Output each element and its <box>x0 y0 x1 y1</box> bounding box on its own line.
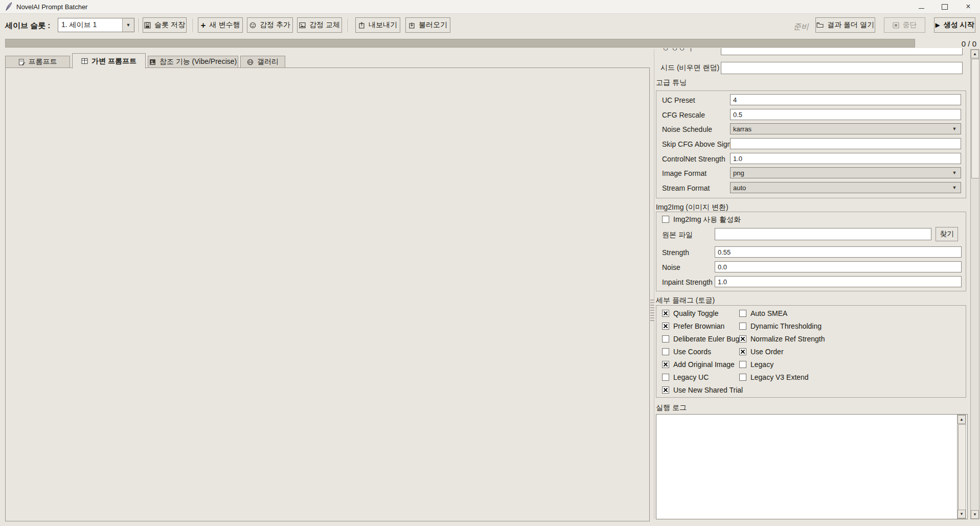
scroll-up-icon[interactable]: ▲ <box>971 50 979 58</box>
import-icon <box>408 22 415 29</box>
source-file-label: 원본 파일 <box>662 231 693 240</box>
close-icon: × <box>966 2 970 11</box>
flag-auto-smea-label: Auto SMEA <box>750 309 787 317</box>
open-results-folder-button[interactable]: 결과 폴더 열기 <box>815 17 875 33</box>
smiley-icon <box>249 22 256 29</box>
globe-icon <box>247 59 254 65</box>
log-textarea[interactable] <box>656 414 968 519</box>
document-pencil-icon <box>18 59 25 65</box>
flag-legacy-checkbox[interactable] <box>739 361 746 368</box>
stream-format-label: Stream Format <box>662 184 710 192</box>
flag-auto-smea-checkbox[interactable] <box>739 310 746 317</box>
progress-counter: 0 / 0 <box>941 39 976 48</box>
noise-label: Noise <box>662 263 680 271</box>
scroll-down-icon[interactable]: ▼ <box>971 510 979 519</box>
panel-scrollbar[interactable]: ▲ ▼ <box>970 49 979 519</box>
flag-use-new-shared-trial-label: Use New Shared Trial <box>673 386 743 394</box>
uc-preset-label: UC Preset <box>662 96 695 104</box>
controlnet-strength-label: ControlNet Strength <box>662 155 725 163</box>
flags-section-title: 세부 플래그 (토글) <box>656 296 715 305</box>
stream-format-combobox[interactable]: auto ▼ <box>730 182 961 193</box>
noise-input[interactable]: 0.0 <box>715 261 962 272</box>
minimize-button[interactable] <box>909 0 933 13</box>
maximize-button[interactable] <box>933 0 956 13</box>
flag-use-coords-checkbox[interactable] <box>662 348 669 355</box>
tab-gallery[interactable]: 갤러리 <box>240 56 285 68</box>
tab-prompt[interactable]: 프롬프트 <box>5 56 70 68</box>
image-icon <box>149 59 156 65</box>
inpaint-strength-input[interactable]: 1.0 <box>715 276 962 287</box>
flag-legacy-label: Legacy <box>750 360 773 369</box>
new-variable-row-button[interactable]: + 새 변수행 <box>198 17 243 33</box>
controlnet-strength-input[interactable]: 1.0 <box>730 153 961 164</box>
log-scrollbar[interactable]: ▲ ▼ <box>957 415 966 519</box>
flag-legacy-uc-checkbox[interactable] <box>662 374 669 381</box>
flag-legacy-uc-label: Legacy UC <box>673 373 709 381</box>
folder-icon <box>816 22 824 28</box>
chevron-down-icon[interactable]: ▼ <box>948 182 961 193</box>
flag-use-new-shared-trial-checkbox[interactable] <box>662 386 669 394</box>
flag-add-original-image-checkbox[interactable] <box>662 361 669 368</box>
flag-prefer-brownian-label: Prefer Brownian <box>673 322 724 330</box>
window-title: NovelAI Prompt Batcher <box>16 3 87 11</box>
chevron-down-icon[interactable]: ▼ <box>948 124 961 134</box>
advanced-section-title: 고급 튜닝 <box>656 78 687 87</box>
save-slot-button[interactable]: 슬롯 저장 <box>143 17 187 33</box>
add-emotion-button[interactable]: 감정 추가 <box>247 17 293 33</box>
flag-deliberate-euler-bug-checkbox[interactable] <box>662 335 669 342</box>
cfg-rescale-input[interactable]: 0.5 <box>730 109 961 120</box>
grid-icon <box>81 58 88 64</box>
chevron-down-icon[interactable]: ▼ <box>948 168 961 178</box>
flag-dynamic-thresholding-checkbox[interactable] <box>739 323 746 330</box>
flag-prefer-brownian-checkbox[interactable] <box>662 323 669 330</box>
flag-use-coords-label: Use Coords <box>673 348 711 356</box>
stop-button[interactable]: 중단 <box>884 17 925 33</box>
browse-button[interactable]: 찾기 <box>936 227 958 241</box>
flag-normalize-ref-strength-checkbox[interactable] <box>739 335 746 342</box>
img2img-enable-checkbox[interactable] <box>662 216 669 223</box>
save-slot-value: 1. 세이브 1 <box>61 20 97 30</box>
clipped-settings-row: ㅇ ㅇㅇ ㅣ <box>656 48 969 60</box>
tab-variable-prompt[interactable]: 가변 프롬프트 <box>72 53 146 68</box>
source-file-input[interactable] <box>715 228 931 240</box>
chevron-down-icon[interactable]: ▼ <box>122 18 134 32</box>
clipped-label-fragment: ㅇ ㅇㅇ ㅣ <box>662 48 695 54</box>
flag-use-order-label: Use Order <box>750 348 784 356</box>
swap-emotion-button[interactable]: 감정 교체 <box>297 17 342 33</box>
flag-quality-toggle-checkbox[interactable] <box>662 310 669 317</box>
image-format-combobox[interactable]: png ▼ <box>730 167 961 178</box>
pane-divider[interactable] <box>654 49 654 519</box>
skip-cfg-label: Skip CFG Above Sigma <box>662 140 737 148</box>
toolbar-separator <box>193 18 194 32</box>
img2img-enable-label: Img2Img 사용 활성화 <box>673 215 741 224</box>
import-button[interactable]: 불러오기 <box>405 17 450 33</box>
image-format-label: Image Format <box>662 169 706 177</box>
inpaint-strength-label: Inpaint Strength <box>662 278 713 286</box>
clipped-input[interactable] <box>721 48 963 55</box>
export-icon <box>358 22 365 29</box>
tab-reference[interactable]: 참조 기능 (Vibe/Precise) <box>148 56 238 68</box>
flag-legacy-v3-extend-checkbox[interactable] <box>739 374 746 381</box>
skip-cfg-input[interactable] <box>730 138 961 149</box>
uc-preset-input[interactable]: 4 <box>730 94 961 105</box>
minimize-icon <box>919 8 924 9</box>
start-generation-button[interactable]: ▶ 생성 시작 <box>934 17 975 33</box>
save-slot-combobox[interactable]: 1. 세이브 1 ▼ <box>58 18 134 32</box>
scrollbar-thumb[interactable] <box>971 59 979 178</box>
pane-divider-grip[interactable] <box>650 300 654 321</box>
seed-input[interactable] <box>721 62 963 74</box>
variable-prompt-panel <box>5 67 650 521</box>
scroll-down-icon[interactable]: ▼ <box>958 510 966 518</box>
plus-icon: + <box>201 21 206 30</box>
status-text: 준비 <box>793 22 809 32</box>
toolbar-separator <box>348 18 349 32</box>
scroll-up-icon[interactable]: ▲ <box>958 415 966 424</box>
flag-use-order-checkbox[interactable] <box>739 348 746 355</box>
export-button[interactable]: 내보내기 <box>355 17 400 33</box>
scrollbar-thumb[interactable] <box>958 424 966 510</box>
close-button[interactable]: × <box>956 0 980 13</box>
strength-input[interactable]: 0.55 <box>715 246 962 258</box>
noise-schedule-combobox[interactable]: karras ▼ <box>730 123 961 134</box>
picture-icon <box>299 22 306 29</box>
toolbar-separator <box>139 18 140 32</box>
